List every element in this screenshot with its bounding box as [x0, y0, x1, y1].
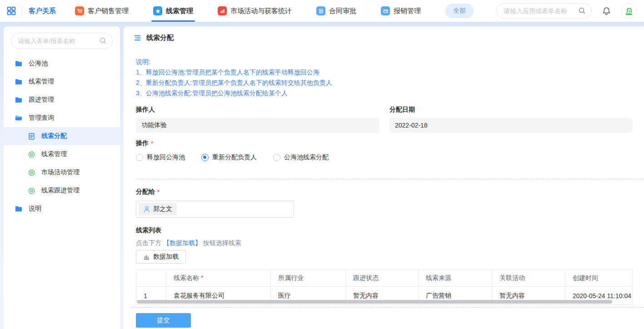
- sidebar-item-lead-management[interactable]: 线索管理: [4, 73, 120, 91]
- required-mark: *: [151, 140, 153, 147]
- col-related-activity: 关联活动: [492, 270, 565, 287]
- col-lead-name: 线索名称 *: [166, 270, 271, 287]
- lead-list-hint: 点击下方 【数据加载】 按钮选择线索: [136, 239, 633, 247]
- sidebar-item-label: 线索分配: [41, 132, 67, 140]
- sidebar-item-label: 市场活动管理: [41, 168, 80, 177]
- tab-contract-approval[interactable]: 合同审批: [316, 0, 356, 22]
- radio-label: 公海池线索分配: [284, 153, 329, 162]
- report-icon: [27, 187, 35, 195]
- required-mark: *: [157, 188, 160, 196]
- collapse-sidebar-icon[interactable]: [133, 34, 142, 42]
- app-search-input[interactable]: [496, 3, 592, 19]
- tab-marketing-stats[interactable]: 市场活动与获客统计: [218, 0, 292, 22]
- submit-button[interactable]: 提交: [136, 313, 191, 328]
- person-icon: [143, 206, 150, 213]
- workspace-name[interactable]: 客户关系: [29, 7, 56, 15]
- radio-reassign-owner[interactable]: 重新分配负责人: [201, 153, 257, 162]
- form-search: [11, 33, 113, 49]
- lead-list-section: 线索列表 点击下方 【数据加载】 按钮选择线索 数据加载: [136, 226, 633, 305]
- tab-label: 市场活动与获客统计: [230, 7, 292, 15]
- tab-label: 客户销售管理: [88, 7, 129, 15]
- sidebar-item-lead-assignment[interactable]: 线索分配: [4, 127, 120, 145]
- form-header: 线索分配: [124, 26, 644, 42]
- cart-icon: [75, 6, 84, 15]
- contract-icon: [316, 6, 325, 15]
- assign-to-label: 分配给: [136, 188, 155, 196]
- col-industry: 所属行业: [271, 270, 346, 287]
- note-line: 2、重新分配负责人:管理员把某个负责人名下的线索转交给其他负责人: [136, 78, 633, 88]
- tab-lead-management[interactable]: 线索管理: [153, 0, 193, 22]
- sidebar-item-marketing-activity-report[interactable]: 市场活动管理: [4, 163, 120, 182]
- avatar[interactable]: [621, 3, 637, 19]
- app-search: [496, 3, 592, 19]
- operator-field: 操作人 功能体验: [136, 105, 379, 133]
- sidebar-item-lead-management-report[interactable]: 线索管理: [4, 145, 120, 163]
- sidebar-item-public-pool[interactable]: 公海池: [4, 54, 120, 73]
- assign-to-field: 分配给 * 郑之文: [136, 187, 633, 218]
- star-icon: [153, 6, 162, 15]
- hint-prefix: 点击下方: [136, 239, 163, 246]
- sidebar-item-instructions[interactable]: 说明: [4, 200, 120, 218]
- required-mark: *: [201, 274, 203, 281]
- apps-grid-icon[interactable]: [6, 6, 16, 16]
- notification-bell-icon[interactable]: [602, 6, 611, 16]
- radio-label: 释放回公海池: [147, 153, 185, 162]
- tab-expense-management[interactable]: 报销管理: [381, 0, 421, 22]
- tab-label: 合同审批: [329, 7, 356, 15]
- member-name: 郑之文: [153, 205, 172, 213]
- table-header-row: 线索名称 * 所属行业 跟进状态 线索来源 关联活动 创建时间: [136, 270, 633, 287]
- sidebar-item-lead-followup-report[interactable]: 线索跟进管理: [4, 182, 120, 200]
- sidebar-item-label: 线索跟进管理: [41, 187, 80, 195]
- note-line: 1、释放回公海池:管理员把某个负责人名下的线索手动释放回公海: [136, 67, 633, 78]
- col-created-time: 创建时间: [565, 270, 633, 287]
- sidebar-item-label: 线索管理: [29, 78, 54, 86]
- page-body: 公海池 线索管理 跟进管理 管理查询: [0, 22, 644, 329]
- note-line: 说明:: [136, 57, 633, 67]
- col-row-number: [136, 270, 166, 287]
- hint-load-button-ref: 【数据加载】: [163, 239, 201, 246]
- page-title: 线索分配: [146, 34, 174, 42]
- section-divider: [136, 179, 644, 179]
- tab-label: 线索管理: [166, 7, 193, 15]
- col-followup-status: 跟进状态: [346, 270, 419, 287]
- search-icon: [578, 7, 586, 16]
- lead-table-wrap: 线索名称 * 所属行业 跟进状态 线索来源 关联活动 创建时间: [136, 269, 633, 305]
- sidebar-item-label: 说明: [29, 205, 41, 213]
- folder-icon: [15, 78, 23, 86]
- horizontal-scrollbar[interactable]: [137, 300, 612, 304]
- radio-pool-lead-assign[interactable]: 公海池线索分配: [273, 153, 329, 162]
- member-picker[interactable]: 郑之文: [136, 201, 294, 218]
- hint-suffix: 按钮选择线索: [201, 239, 241, 246]
- folder-icon: [15, 205, 23, 213]
- sidebar-item-label: 线索管理: [41, 150, 67, 158]
- expense-icon: [381, 6, 390, 15]
- sidebar-item-label: 公海池: [29, 59, 48, 68]
- radio-label: 重新分配负责人: [212, 153, 257, 162]
- sidebar-item-followup-management[interactable]: 跟进管理: [4, 91, 120, 109]
- all-apps-pill[interactable]: 全部: [445, 4, 474, 18]
- search-icon: [99, 37, 107, 46]
- avatar-logo-text: [626, 13, 632, 15]
- report-icon: [27, 168, 35, 177]
- member-tag[interactable]: 郑之文: [139, 203, 177, 216]
- radio-release-to-pool[interactable]: 释放回公海池: [136, 153, 185, 162]
- radio-icon: [273, 154, 280, 161]
- assign-date-field: 分配日期 2022-02-18: [389, 105, 633, 133]
- main-panel: 线索分配 说明: 1、释放回公海池:管理员把某个负责人名下的线索手动释放回公海 …: [124, 26, 644, 329]
- stats-icon: [218, 6, 227, 15]
- operation-label: 操作: [136, 139, 149, 147]
- topbar-divider: [22, 7, 22, 15]
- assign-date-label: 分配日期: [389, 105, 633, 114]
- tab-customer-sales[interactable]: 客户销售管理: [75, 0, 129, 22]
- folder-open-icon: [15, 114, 23, 122]
- form-body: 说明: 1、释放回公海池:管理员把某个负责人名下的线索手动释放回公海 2、重新分…: [124, 42, 644, 329]
- folder-icon: [15, 59, 23, 68]
- assign-date-value: 2022-02-18: [389, 118, 633, 133]
- bar-chart-icon: [143, 254, 150, 260]
- form-search-input[interactable]: [11, 33, 113, 49]
- data-load-button[interactable]: 数据加载: [136, 250, 186, 264]
- operation-field: 操作 * 释放回公海池 重新分配负责人 公海池线索分配: [136, 139, 633, 162]
- sidebar-item-admin-query[interactable]: 管理查询: [4, 109, 120, 127]
- data-load-label: 数据加载: [153, 253, 179, 261]
- sidebar-item-label: 管理查询: [29, 114, 54, 122]
